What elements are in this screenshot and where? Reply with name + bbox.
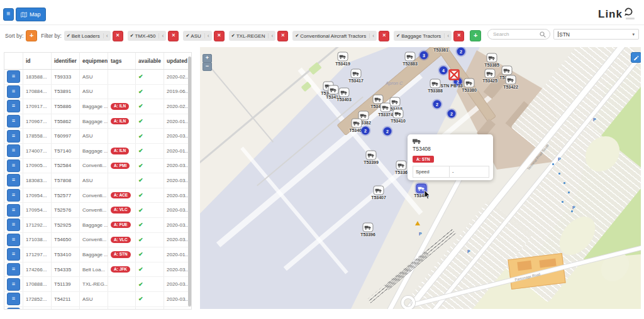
- filter-chip[interactable]: ✔ ASU ‹: [183, 31, 211, 41]
- vehicle-marker[interactable]: [339, 88, 350, 97]
- crossed-out-marker[interactable]: [448, 69, 460, 83]
- map-canvas[interactable]: Apron C Terminal Road South Parsonage Ro…: [200, 47, 641, 309]
- row-menu-button[interactable]: ≡: [7, 174, 20, 187]
- cluster-marker[interactable]: 3: [420, 51, 428, 60]
- vehicle-marker[interactable]: [328, 85, 339, 95]
- map-tab-button[interactable]: Map: [16, 8, 46, 21]
- vehicle-marker[interactable]: [430, 79, 441, 89]
- row-menu-button[interactable]: ≡: [7, 234, 20, 246]
- row-menu-button[interactable]: ≡: [7, 278, 20, 291]
- table-row[interactable]: ≡ 170905... T52584 Conventi... A: PMI ✔ …: [4, 159, 191, 174]
- vehicle-marker[interactable]: [366, 151, 377, 160]
- row-menu-button[interactable]: ≡: [7, 293, 20, 305]
- row-equipment-link[interactable]: ASU: [80, 85, 108, 99]
- search-input[interactable]: [492, 31, 540, 38]
- row-equipment-link[interactable]: ASU: [80, 173, 108, 188]
- table-row[interactable]: ≡ 174266... T54335 Belt Loa... A: JFK ✔ …: [4, 262, 191, 278]
- vehicle-marker[interactable]: [338, 52, 348, 62]
- filter-chip[interactable]: ✔ Baggage Tractors ‹: [394, 31, 452, 41]
- vehicle-marker[interactable]: [363, 223, 374, 232]
- row-menu-button[interactable]: ≡: [7, 130, 20, 143]
- vehicle-marker[interactable]: [506, 75, 516, 85]
- vehicle-marker[interactable]: [405, 52, 416, 62]
- table-row[interactable]: ≡ 170954... T52577 Conventi... A: ACE ✔ …: [4, 188, 191, 203]
- vehicle-marker[interactable]: [390, 97, 401, 107]
- row-equipment-link[interactable]: Conventi...: [80, 159, 108, 173]
- zoom-out-button[interactable]: −: [203, 62, 212, 71]
- table-row[interactable]: ≡ 171292... T52925 Baggage ... A: FUE ✔ …: [4, 218, 191, 233]
- row-menu-button[interactable]: ≡: [7, 189, 20, 202]
- row-menu-button[interactable]: ≡: [7, 263, 20, 276]
- hamburger-menu-button[interactable]: ≡: [3, 8, 14, 21]
- chip-remove-button[interactable]: ×: [214, 31, 225, 41]
- table-row[interactable]: ≡ 170884... T53891 ASU ✔ 2019-06...: [4, 85, 191, 100]
- cluster-marker[interactable]: 2: [384, 127, 392, 136]
- vehicle-marker[interactable]: [351, 69, 362, 78]
- row-equipment-link[interactable]: ASU: [80, 129, 108, 143]
- chip-remove-button[interactable]: ×: [113, 31, 123, 41]
- header-updated[interactable]: updated: [164, 53, 191, 69]
- chip-caret-icon[interactable]: ‹: [268, 33, 273, 38]
- filter-chip[interactable]: ✔ TXL-REGEN ‹: [229, 31, 276, 41]
- row-menu-button[interactable]: ≡: [7, 308, 20, 310]
- row-equipment-link[interactable]: Baggage ...: [80, 247, 108, 262]
- table-row[interactable]: ≡ 174007... T57140 Baggage ... A: ILN ✔ …: [4, 144, 191, 159]
- row-menu-button[interactable]: ≡: [7, 144, 20, 157]
- chip-caret-icon[interactable]: ‹: [103, 33, 108, 38]
- row-equipment-link[interactable]: TXL-REG...: [80, 277, 108, 291]
- chip-caret-icon[interactable]: ‹: [158, 33, 164, 38]
- row-equipment-link[interactable]: Baggage ...: [80, 218, 108, 232]
- table-row[interactable]: ≡ 172852... T54211 ASU ✔ 2020-03...: [4, 292, 191, 307]
- row-menu-button[interactable]: ≡: [7, 248, 20, 261]
- cluster-marker[interactable]: 4: [440, 67, 448, 75]
- header-available[interactable]: available: [136, 53, 164, 69]
- table-row[interactable]: ≡ 171038... T54650 Conventi... A: VLC ✔ …: [4, 233, 191, 248]
- row-equipment-link[interactable]: Baggage ...: [80, 99, 108, 114]
- row-menu-button[interactable]: ≡: [7, 219, 20, 231]
- cluster-marker[interactable]: 2: [362, 127, 370, 135]
- table-row[interactable]: ≡ 170888... T51139 TXL-REG... ✔ 2020-03.…: [4, 277, 191, 292]
- table-scrollbar[interactable]: [188, 57, 191, 306]
- row-menu-button[interactable]: ≡: [7, 85, 20, 98]
- vehicle-marker[interactable]: [380, 103, 391, 112]
- chip-caret-icon[interactable]: ‹: [444, 33, 449, 38]
- row-menu-button[interactable]: ≡: [7, 100, 20, 112]
- chip-remove-button[interactable]: ×: [168, 31, 179, 41]
- row-menu-button[interactable]: ≡: [7, 70, 20, 83]
- chip-remove-button[interactable]: ×: [379, 31, 389, 41]
- vehicle-marker[interactable]: [485, 69, 496, 78]
- cluster-marker[interactable]: 2: [433, 100, 441, 109]
- row-menu-button[interactable]: ≡: [7, 204, 20, 217]
- filter-chip[interactable]: ✔ Belt Loaders ‹: [64, 31, 111, 41]
- table-row[interactable]: ≡ 183588... T59333 ASU ✔ 2020-02...: [4, 70, 191, 85]
- cluster-marker[interactable]: 2: [448, 110, 456, 118]
- row-equipment-link[interactable]: Conventi...: [80, 188, 108, 203]
- cluster-marker[interactable]: 2: [457, 48, 465, 56]
- filter-chip[interactable]: ✔ TMX-450 ‹: [128, 31, 167, 41]
- vehicle-marker[interactable]: [374, 186, 384, 195]
- table-row[interactable]: ≡ 172889... T54332 Belt Loa... A: JFK ✔ …: [4, 307, 191, 310]
- zoom-in-button[interactable]: +: [203, 54, 212, 63]
- header-equipment[interactable]: equipment: [80, 53, 108, 69]
- vehicle-marker[interactable]: [487, 53, 497, 63]
- table-row[interactable]: ≡ 178558... T60997 ASU ✔ 2020-03...: [4, 129, 191, 144]
- filter-chip[interactable]: ✔ Conventional Aircraft Tractors ‹: [292, 31, 377, 41]
- row-menu-button[interactable]: ≡: [7, 115, 20, 127]
- row-equipment-link[interactable]: Baggage ...: [80, 114, 108, 129]
- add-sort-button[interactable]: +: [26, 30, 37, 41]
- table-row[interactable]: ≡ 170917... T55886 Baggage ... A: ILN ✔ …: [4, 99, 191, 114]
- row-equipment-link[interactable]: Conventi...: [80, 233, 108, 247]
- vehicle-marker[interactable]: [352, 119, 362, 128]
- chip-remove-button[interactable]: ×: [453, 31, 464, 41]
- chip-caret-icon[interactable]: ‹: [369, 33, 374, 38]
- row-equipment-link[interactable]: Belt Loa...: [80, 307, 108, 310]
- region-select[interactable]: STN ▾: [553, 29, 639, 40]
- row-equipment-link[interactable]: ASU: [80, 70, 108, 84]
- map-edit-button[interactable]: [631, 52, 641, 63]
- table-row[interactable]: ≡ 171297... T53410 Baggage ... A: STN ✔ …: [4, 247, 191, 262]
- header-identifier[interactable]: identifier: [52, 53, 80, 69]
- chip-remove-button[interactable]: ×: [277, 31, 288, 41]
- vehicle-marker[interactable]: [396, 161, 407, 170]
- chip-caret-icon[interactable]: ‹: [204, 33, 209, 38]
- row-equipment-link[interactable]: Baggage ...: [80, 144, 108, 158]
